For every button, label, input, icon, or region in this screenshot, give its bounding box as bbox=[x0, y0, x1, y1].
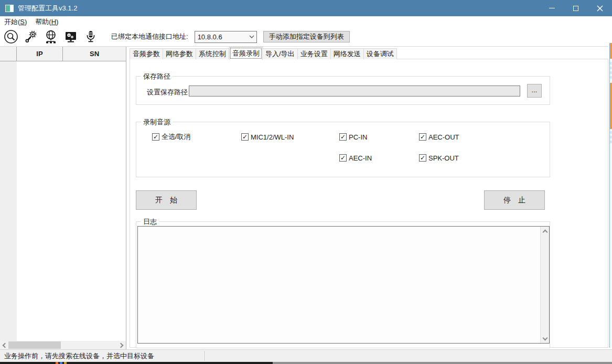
taskbar-sliver-dark bbox=[0, 362, 273, 364]
close-button[interactable] bbox=[588, 0, 612, 16]
start-button[interactable]: 开 始 bbox=[136, 190, 197, 210]
chevron-left-icon bbox=[3, 342, 8, 348]
checkbox-checked-icon: ✓ bbox=[419, 133, 426, 141]
status-message: 业务操作前，请先搜索在线设备，并选中目标设备 bbox=[0, 351, 154, 361]
checkbox-select-all[interactable]: ✓ 全选/取消 bbox=[152, 133, 191, 141]
app-icon bbox=[5, 5, 14, 12]
checkbox-mic-wl-in[interactable]: ✓ MIC1/2/WL-IN bbox=[241, 133, 294, 141]
chevron-right-icon bbox=[119, 342, 124, 348]
config-tools-icon bbox=[24, 29, 38, 44]
hscrollbar-thumb[interactable] bbox=[8, 341, 61, 349]
tab-strip: 音频参数 网络参数 系统控制 音频录制 导入/导出 业务设置 网络发送 设备调试 bbox=[130, 46, 397, 59]
checkbox-aec-out[interactable]: ✓ AEC-OUT bbox=[419, 133, 459, 141]
title-bar: 管理配置工具v3.1.2 bbox=[0, 0, 612, 16]
column-header-sn[interactable]: SN bbox=[63, 47, 126, 61]
tab-network-send[interactable]: 网络发送 bbox=[331, 48, 364, 59]
menu-bar: 开始(S) 帮助(H) bbox=[0, 16, 612, 27]
status-bar: 业务操作前，请先搜索在线设备，并选中目标设备 bbox=[0, 349, 612, 362]
device-table-hscrollbar[interactable] bbox=[0, 341, 126, 349]
config-button[interactable] bbox=[23, 29, 39, 45]
window-controls bbox=[540, 0, 612, 16]
tab-audio-record[interactable]: 音频录制 bbox=[229, 47, 263, 60]
browse-path-button[interactable]: ... bbox=[527, 84, 542, 98]
microphone-icon bbox=[83, 29, 98, 44]
sliver-tick bbox=[610, 71, 612, 74]
checkbox-checked-icon: ✓ bbox=[152, 133, 159, 141]
taskbar-dot bbox=[64, 362, 67, 364]
status-divider bbox=[205, 351, 206, 361]
search-icon bbox=[4, 29, 18, 44]
save-path-input[interactable] bbox=[189, 85, 520, 97]
device-list-panel: IP SN bbox=[0, 47, 126, 349]
column-header-ip[interactable]: IP bbox=[17, 47, 63, 61]
maximize-button[interactable] bbox=[564, 0, 588, 16]
log-group: 日志 bbox=[136, 221, 550, 348]
scroll-down-button[interactable] bbox=[541, 334, 550, 343]
sliver-orange-marker bbox=[610, 43, 612, 59]
scroll-left-button[interactable] bbox=[0, 341, 8, 349]
menu-help[interactable]: 帮助(H) bbox=[31, 16, 62, 28]
chevron-up-icon bbox=[543, 229, 548, 234]
close-icon bbox=[597, 5, 603, 12]
log-group-title: 日志 bbox=[141, 217, 159, 227]
checkbox-checked-icon: ✓ bbox=[419, 154, 426, 162]
tab-system-control[interactable]: 系统控制 bbox=[196, 48, 229, 59]
search-button[interactable] bbox=[3, 29, 19, 45]
tab-import-export[interactable]: 导入/导出 bbox=[263, 48, 298, 59]
network-globe-icon bbox=[44, 29, 58, 44]
tab-device-debug[interactable]: 设备调试 bbox=[364, 48, 397, 59]
chevron-down-icon bbox=[543, 335, 548, 340]
local-address-value: 10.8.0.6 bbox=[195, 33, 247, 41]
taskbar-sliver bbox=[0, 362, 612, 364]
row-header-column bbox=[0, 61, 17, 341]
checkbox-aec-in[interactable]: ✓ AEC-IN bbox=[339, 154, 372, 162]
log-vscrollbar[interactable] bbox=[540, 227, 549, 343]
taskbar-sliver-light bbox=[273, 362, 612, 364]
log-content bbox=[138, 227, 540, 343]
toolbar: 已绑定本地通信接口地址: 10.8.0.6 手动添加指定设备到列表 bbox=[0, 27, 612, 47]
background-window-sliver bbox=[608, 43, 612, 348]
sliver-tick bbox=[610, 67, 612, 69]
tab-audio-params[interactable]: 音频参数 bbox=[130, 48, 163, 59]
maximize-icon bbox=[573, 6, 578, 11]
record-source-group: 录制音源 ✓ 全选/取消 ✓ MIC1/2/WL-IN ✓ PC-IN ✓ AE… bbox=[136, 122, 550, 177]
taskbar-dot bbox=[60, 362, 62, 364]
device-table-header: IP SN bbox=[0, 47, 126, 61]
sliver-tick bbox=[610, 141, 612, 143]
checkbox-pc-in[interactable]: ✓ PC-IN bbox=[339, 133, 367, 141]
minimize-button[interactable] bbox=[540, 0, 564, 16]
log-textarea[interactable] bbox=[137, 226, 550, 344]
manual-add-device-button[interactable]: 手动添加指定设备到列表 bbox=[263, 31, 350, 42]
checkbox-checked-icon: ✓ bbox=[241, 133, 249, 141]
sliver-orange-marker bbox=[610, 83, 612, 129]
network-button[interactable] bbox=[43, 29, 59, 45]
sliver-tick bbox=[610, 76, 612, 79]
minimize-icon bbox=[549, 8, 555, 8]
scroll-up-button[interactable] bbox=[541, 227, 550, 235]
taskbar-dot bbox=[56, 362, 58, 364]
audio-record-page: 保存路径 设置保存路径 ... 录制音源 ✓ 全选/取消 ✓ MIC1/2/WL… bbox=[130, 59, 608, 348]
row-selector-header-cell bbox=[0, 47, 17, 61]
device-monitor-icon bbox=[63, 29, 78, 44]
save-path-group-title: 保存路径 bbox=[141, 72, 173, 81]
app-window: 管理配置工具v3.1.2 开始(S) 帮助(H) bbox=[0, 0, 612, 364]
tab-network-params[interactable]: 网络参数 bbox=[163, 48, 196, 59]
menu-start[interactable]: 开始(S) bbox=[0, 16, 31, 28]
chevron-down-icon bbox=[247, 31, 256, 42]
sliver-tick bbox=[610, 131, 612, 134]
stop-button[interactable]: 停 止 bbox=[484, 190, 545, 210]
record-source-group-title: 录制音源 bbox=[141, 117, 173, 127]
window-title: 管理配置工具v3.1.2 bbox=[18, 4, 77, 13]
sliver-tick bbox=[610, 62, 612, 65]
bound-address-label: 已绑定本地通信接口地址: bbox=[111, 32, 188, 41]
checkbox-checked-icon: ✓ bbox=[339, 133, 347, 141]
tab-business-settings[interactable]: 业务设置 bbox=[298, 48, 331, 59]
audio-record-button[interactable] bbox=[83, 29, 99, 45]
local-address-select[interactable]: 10.8.0.6 bbox=[195, 31, 257, 43]
device-manage-button[interactable] bbox=[63, 29, 79, 45]
checkbox-spk-out[interactable]: ✓ SPK-OUT bbox=[419, 154, 459, 162]
scroll-right-button[interactable] bbox=[117, 341, 126, 349]
save-path-field-label: 设置保存路径 bbox=[147, 88, 188, 97]
sliver-tick bbox=[610, 136, 612, 138]
checkbox-checked-icon: ✓ bbox=[339, 154, 347, 162]
